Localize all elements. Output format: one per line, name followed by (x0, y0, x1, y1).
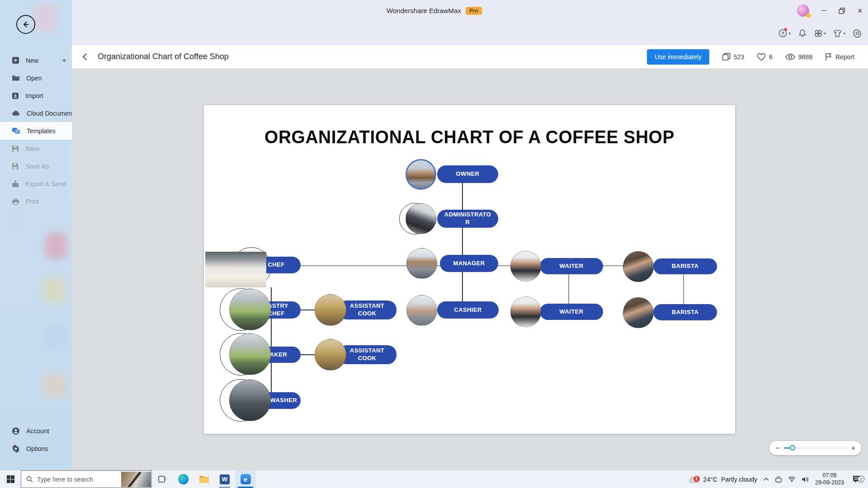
sidebar-item-export-send[interactable]: Export & Send (0, 175, 72, 192)
copies-stat[interactable]: 523 (722, 52, 744, 61)
sidebar-item-import[interactable]: Import (0, 87, 72, 104)
template-title: Organizational Chart of Coffee Shop (98, 52, 229, 61)
search-highlight-image[interactable] (121, 472, 151, 487)
administrator-photo (406, 203, 436, 234)
taskbar-clock[interactable]: 07:05 29-09-2023 (815, 472, 844, 486)
restore-icon (839, 8, 845, 14)
use-immediately-button[interactable]: Use immediately (647, 49, 709, 65)
connector-line (301, 354, 316, 355)
waiter-photo (510, 251, 541, 282)
taskbar-edrawmax[interactable]: e (235, 470, 256, 488)
sidebar-blur-thumbnail (8, 212, 26, 233)
sidebar-item-label: Options (26, 445, 48, 452)
template-header: Organizational Chart of Coffee Shop Use … (72, 45, 868, 69)
notifications-button[interactable] (798, 29, 807, 38)
sidebar-item-templates[interactable]: Templates (0, 122, 72, 140)
taskbar-word[interactable]: W (214, 470, 235, 488)
quick-icon-row: ? ▾ ▾ ▾ (72, 21, 868, 45)
chevron-down-icon: ▾ (824, 31, 826, 36)
template-preview-canvas: ORGANIZATIONAL CHART OF A COFFEE SHOP OW… (72, 69, 868, 470)
save-icon (12, 145, 19, 152)
assistant-cook-photo (315, 339, 346, 371)
copies-icon (722, 52, 731, 61)
taskbar-search[interactable] (21, 470, 152, 488)
tray-expand-chevron[interactable] (763, 477, 769, 481)
baker-photo (229, 333, 271, 375)
task-view-button[interactable] (152, 470, 173, 488)
likes-count: 6 (769, 53, 773, 61)
sidebar-item-new[interactable]: New + (0, 52, 72, 69)
sidebar-item-print[interactable]: Print (0, 192, 72, 210)
app-window: New + Open Import Cloud Documents Templa… (0, 0, 868, 488)
theme-menu[interactable]: ▾ (833, 29, 845, 37)
edge-icon (178, 474, 189, 484)
sidebar-item-open[interactable]: Open (0, 69, 72, 87)
zoom-slider[interactable] (784, 448, 846, 449)
settings-button[interactable] (853, 29, 862, 38)
chef-photo (205, 252, 266, 287)
start-button[interactable] (0, 470, 21, 488)
back-button[interactable] (16, 15, 35, 34)
flag-icon (825, 53, 832, 61)
sidebar-item-label: New (26, 57, 38, 64)
sidebar-item-save[interactable]: Save (0, 140, 72, 157)
edrawmax-icon: e (241, 474, 251, 484)
taskbar-edge[interactable] (173, 470, 193, 488)
import-icon (12, 92, 19, 99)
zoom-out-button[interactable]: − (775, 445, 779, 452)
folder-icon (12, 75, 20, 81)
sidebar-item-label: Import (25, 92, 43, 99)
save-as-icon (12, 163, 19, 170)
sidebar-item-label: Account (26, 427, 49, 435)
app-title: Wondershare EdrawMax (387, 7, 461, 14)
new-plus-button[interactable]: + (62, 56, 66, 65)
apps-grid-icon (814, 29, 822, 38)
wifi-icon[interactable] (788, 476, 796, 482)
action-center-button[interactable]: 2 (850, 475, 863, 483)
sidebar-item-cloud-documents[interactable]: Cloud Documents (0, 104, 72, 122)
connector-line (568, 274, 569, 304)
taskbar-file-explorer[interactable] (193, 470, 214, 488)
help-menu[interactable]: ? ▾ (778, 29, 791, 38)
sidebar-item-label: Open (26, 75, 42, 82)
main-area: Wondershare EdrawMax Pro × ? ▾ (72, 0, 868, 470)
likes-stat[interactable]: 6 (757, 53, 773, 61)
export-icon (12, 180, 19, 188)
tshirt-icon (833, 29, 842, 37)
sidebar-item-label: Print (26, 198, 39, 205)
clock-time: 07:05 (815, 472, 844, 479)
print-icon (12, 198, 19, 205)
taskbar-right: 1 24°C Partly cloudy 07:05 29-09-2023 2 (686, 470, 868, 488)
manager-photo (406, 248, 437, 279)
minimize-button[interactable] (820, 7, 827, 14)
user-avatar[interactable] (797, 5, 809, 17)
close-button[interactable]: × (856, 7, 863, 14)
report-button[interactable]: Report (825, 53, 854, 61)
org-node-manager: MANAGER (440, 255, 498, 272)
sidebar-item-options[interactable]: Options (0, 440, 72, 457)
org-node-cashier: CASHIER (437, 301, 499, 319)
volume-icon[interactable] (802, 476, 809, 483)
titlebar-center: Wondershare EdrawMax Pro (72, 0, 797, 21)
views-count: 9888 (798, 53, 812, 61)
zoom-in-button[interactable]: + (851, 445, 855, 452)
sidebar-blur-thumbnail (34, 4, 57, 32)
weather-widget[interactable]: 1 24°C Partly cloudy (686, 475, 757, 484)
templates-icon (12, 127, 20, 135)
maximize-button[interactable] (838, 7, 845, 14)
pastry-chef-photo (229, 289, 271, 330)
connector-line (683, 274, 684, 304)
cashier-photo (406, 295, 437, 326)
account-icon (12, 427, 20, 435)
zoom-control: − + (769, 441, 861, 455)
back-chevron-button[interactable] (83, 53, 90, 61)
tray-device-icon[interactable] (775, 476, 782, 483)
eye-icon (785, 53, 795, 61)
apps-menu[interactable]: ▾ (814, 29, 826, 38)
connector-line (301, 310, 316, 310)
sidebar-item-save-as[interactable]: Save As (0, 157, 72, 175)
zoom-slider-handle[interactable] (790, 445, 795, 450)
sidebar-item-account[interactable]: Account (0, 422, 72, 440)
report-label: Report (835, 53, 854, 61)
sidebar-item-label: Save As (26, 163, 49, 170)
